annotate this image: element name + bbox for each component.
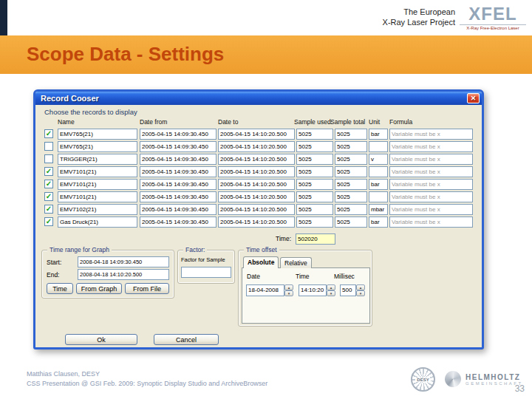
helmholtz-mark-icon (445, 371, 461, 387)
helmholtz-line1: HELMHOLTZ (466, 373, 523, 381)
record-sample-total-field[interactable]: 5025 (335, 129, 367, 140)
record-formula-field[interactable]: Variable must be x (389, 191, 473, 202)
record-sample-total-field[interactable]: 5025 (335, 166, 367, 177)
record-date-from-field[interactable]: 2005-04-15 14:09:30.450 (140, 141, 216, 152)
record-date-to-field[interactable]: 2005-04-15 14:10:20.500 (218, 204, 295, 215)
record-sample-used-field[interactable]: 5025 (296, 191, 333, 202)
date-spinner[interactable]: ▴▾ (284, 284, 293, 296)
record-date-from-field[interactable]: 2005-04-15 14:09:30.450 (140, 166, 216, 177)
record-date-from-field[interactable]: 2005-04-15 14:09:30.450 (140, 204, 216, 215)
project-line1: The European (383, 7, 455, 17)
tab-absolute[interactable]: Absolute (243, 256, 279, 268)
from-file-button[interactable]: From File (125, 283, 169, 294)
ok-button[interactable]: Ok (65, 334, 137, 345)
record-unit-field[interactable]: bar (369, 216, 388, 228)
record-checkbox[interactable]: ✓ (44, 205, 53, 214)
end-field[interactable]: 2008-04-18 14:10:20.500 (78, 269, 169, 280)
record-formula-field[interactable]: Variable must be x (389, 141, 473, 152)
time-total-field[interactable]: 502020 (296, 233, 335, 245)
record-formula-field[interactable]: Variable must be x (389, 166, 473, 177)
record-name-field[interactable]: EMV7101(21) (58, 166, 137, 177)
record-checkbox[interactable]: ✓ (44, 180, 53, 188)
record-checkbox[interactable] (44, 142, 53, 151)
record-date-from-field[interactable]: 2005-04-15 14:09:30.450 (140, 216, 216, 228)
spin-up-icon: ▴ (327, 284, 335, 290)
record-sample-used-field[interactable]: 5025 (296, 129, 333, 140)
start-field[interactable]: 2008-04-18 14:09:30.450 (78, 256, 169, 267)
record-unit-field[interactable]: mbar (369, 204, 388, 215)
project-line2: X-Ray Laser Project (383, 17, 455, 27)
record-date-from-field[interactable]: 2005-04-15 14:09:30.450 (140, 154, 216, 165)
record-sample-used-field[interactable]: 5025 (296, 154, 333, 165)
record-unit-field[interactable]: v (369, 154, 388, 165)
slide: The European X-Ray Laser Project XFEL X-… (0, 0, 532, 399)
record-checkbox[interactable] (44, 154, 53, 163)
record-date-to-field[interactable]: 2005-04-15 14:10:20.500 (218, 216, 295, 228)
record-checkbox[interactable]: ✓ (44, 217, 53, 226)
record-name-field[interactable]: EMV765(21) (58, 129, 137, 140)
dialog-titlebar[interactable]: Record Cooser ✕ (35, 92, 482, 105)
record-sample-total-field[interactable]: 5025 (335, 154, 367, 165)
record-name-field[interactable]: EMV765(21) (58, 141, 137, 152)
record-sample-total-field[interactable]: 5025 (335, 216, 367, 228)
spin-down-icon: ▾ (327, 290, 335, 296)
record-sample-total-field[interactable]: 5025 (335, 204, 367, 215)
record-date-from-field[interactable]: 2005-04-15 14:09:30.450 (140, 191, 216, 202)
record-sample-used-field[interactable]: 5025 (296, 179, 333, 190)
xfel-logo: XFEL X-Ray Free-Electron Laser (460, 5, 526, 30)
column-header-name: Name (58, 118, 75, 126)
record-unit-field[interactable] (369, 191, 388, 202)
record-date-to-field[interactable]: 2005-04-15 14:10:20.500 (218, 179, 295, 190)
record-sample-used-field[interactable]: 5025 (296, 166, 333, 177)
record-unit-field[interactable]: bar (369, 129, 388, 140)
close-button[interactable]: ✕ (467, 93, 480, 103)
table-row: ✓ EMV7101(21) 2005-04-15 14:09:30.450 20… (35, 179, 482, 190)
tab-relative[interactable]: Relative (280, 257, 312, 268)
time-button[interactable]: Time (47, 283, 73, 294)
record-name-field[interactable]: EMV7102(21) (58, 204, 137, 215)
record-unit-field[interactable]: bar (369, 179, 388, 190)
record-unit-field[interactable] (369, 166, 388, 177)
record-date-from-field[interactable]: 2005-04-15 14:09:30.450 (140, 129, 216, 140)
offset-time-field[interactable]: 14:10:20 (299, 284, 327, 296)
instruction-label: Choose the records to display (44, 108, 137, 116)
record-name-field[interactable]: EMV7101(21) (58, 179, 137, 190)
date-label: Date (247, 273, 260, 280)
record-name-field[interactable]: TRIGGER(21) (58, 154, 137, 165)
record-checkbox[interactable]: ✓ (44, 192, 53, 201)
record-name-field[interactable]: Gas Druck(21) (58, 216, 137, 228)
record-checkbox[interactable]: ✓ (44, 167, 53, 176)
record-sample-total-field[interactable]: 5025 (335, 191, 367, 202)
record-sample-total-field[interactable]: 5025 (335, 141, 367, 152)
column-header-date-from: Date from (140, 118, 167, 126)
offset-date-field[interactable]: 18-04-2008 (246, 284, 284, 296)
record-formula-field[interactable]: Variable must be x (389, 216, 473, 228)
record-date-to-field[interactable]: 2005-04-15 14:10:20.500 (218, 129, 295, 140)
record-chooser-dialog: Record Cooser ✕ Choose the records to di… (33, 89, 484, 349)
record-date-from-field[interactable]: 2005-04-15 14:09:30.450 (140, 179, 216, 190)
project-name: The European X-Ray Laser Project (383, 7, 455, 28)
record-date-to-field[interactable]: 2005-04-15 14:10:20.500 (218, 154, 295, 165)
record-checkbox[interactable]: ✓ (44, 129, 53, 138)
time-spinner[interactable]: ▴▾ (327, 284, 335, 296)
from-graph-button[interactable]: From Graph (76, 283, 122, 294)
record-formula-field[interactable]: Variable must be x (389, 154, 473, 165)
record-date-to-field[interactable]: 2005-04-15 14:10:20.500 (218, 191, 295, 202)
record-formula-field[interactable]: Variable must be x (389, 204, 473, 215)
record-sample-used-field[interactable]: 5025 (296, 141, 333, 152)
record-sample-used-field[interactable]: 5025 (296, 204, 333, 215)
table-row: TRIGGER(21) 2005-04-15 14:09:30.450 2005… (35, 154, 482, 165)
factor-field[interactable] (181, 267, 231, 278)
record-date-to-field[interactable]: 2005-04-15 14:10:20.500 (218, 166, 295, 177)
offset-millisec-field[interactable]: 500 (340, 284, 356, 296)
record-date-to-field[interactable]: 2005-04-15 14:10:20.500 (218, 141, 295, 152)
cancel-button[interactable]: Cancel (154, 334, 219, 345)
record-unit-field[interactable] (369, 141, 388, 152)
record-formula-field[interactable]: Variable must be x (389, 129, 473, 140)
record-sample-total-field[interactable]: 5025 (335, 179, 367, 190)
helmholtz-logo: HELMHOLTZ GEMEINSCHAFT (445, 371, 523, 387)
millisec-spinner[interactable]: ▴▾ (356, 284, 365, 296)
record-sample-used-field[interactable]: 5025 (296, 216, 333, 228)
record-formula-field[interactable]: Variable must be x (389, 179, 473, 190)
record-name-field[interactable]: EMV7101(21) (58, 191, 137, 202)
